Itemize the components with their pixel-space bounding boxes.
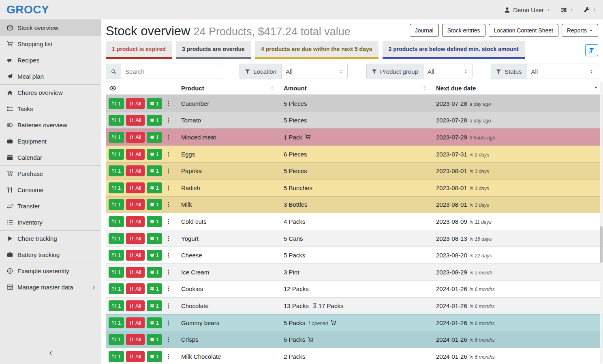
consume-one-button[interactable]: 1: [109, 233, 124, 244]
consume-one-button[interactable]: 1: [109, 165, 124, 176]
column-header-next-due-date[interactable]: Next due date: [436, 85, 603, 92]
consume-one-button[interactable]: 1: [109, 300, 124, 311]
sidebar-item-battery-tracking[interactable]: Battery tracking: [0, 246, 101, 263]
product-name[interactable]: Crisps: [181, 336, 284, 343]
open-one-button[interactable]: 1: [147, 98, 162, 109]
open-one-button[interactable]: 1: [147, 250, 162, 261]
row-menu-button[interactable]: [164, 101, 173, 107]
product-name[interactable]: Tomato: [181, 117, 284, 124]
column-header-amount[interactable]: Amount: [284, 85, 436, 92]
consume-all-button[interactable]: All: [126, 334, 144, 345]
sidebar-collapse-button[interactable]: [0, 345, 101, 364]
row-menu-button[interactable]: [164, 117, 173, 123]
consume-one-button[interactable]: 1: [109, 267, 124, 278]
scrollbar[interactable]: [600, 81, 603, 364]
product-group-filter-select[interactable]: All: [423, 64, 473, 79]
sidebar-item-example-userentity[interactable]: Example userentity: [0, 263, 101, 279]
sidebar-item-tasks[interactable]: Tasks: [0, 101, 101, 117]
sidebar-item-shopping-list[interactable]: Shopping list: [0, 36, 101, 52]
status-filter-select[interactable]: All: [527, 64, 598, 79]
open-one-button[interactable]: 1: [147, 199, 162, 210]
sidebar-item-consume[interactable]: Consume: [0, 182, 101, 198]
consume-all-button[interactable]: All: [126, 199, 144, 210]
sidebar-item-chores-overview[interactable]: Chores overview: [0, 84, 101, 101]
row-menu-button[interactable]: [164, 269, 173, 275]
sidebar-item-inventory[interactable]: Inventory: [0, 214, 101, 230]
consume-one-button[interactable]: 1: [109, 115, 124, 126]
clear-filters-button[interactable]: [585, 44, 598, 56]
product-name[interactable]: Cold cuts: [181, 218, 284, 225]
row-menu-button[interactable]: [164, 353, 173, 360]
sidebar-item-recipes[interactable]: Recipes: [0, 52, 101, 68]
sidebar-item-calendar[interactable]: Calendar: [0, 149, 101, 165]
open-one-button[interactable]: 1: [147, 283, 162, 294]
row-menu-button[interactable]: [164, 168, 173, 174]
consume-all-button[interactable]: All: [126, 132, 144, 143]
settings-menu[interactable]: [561, 7, 573, 13]
open-one-button[interactable]: 1: [147, 115, 162, 126]
consume-one-button[interactable]: 1: [109, 98, 124, 109]
consume-one-button[interactable]: 1: [109, 283, 124, 294]
sidebar-item-stock-overview[interactable]: Stock overview: [0, 19, 101, 36]
consume-one-button[interactable]: 1: [109, 216, 124, 227]
user-menu[interactable]: Demo User: [504, 6, 550, 13]
open-one-button[interactable]: 1: [147, 351, 162, 362]
consume-one-button[interactable]: 1: [109, 132, 124, 143]
consume-one-button[interactable]: 1: [109, 250, 124, 261]
row-menu-button[interactable]: [164, 236, 173, 242]
app-logo[interactable]: GROCY: [6, 3, 49, 16]
stock-entries-button[interactable]: Stock entries: [442, 24, 485, 37]
open-one-button[interactable]: 1: [147, 165, 162, 176]
consume-all-button[interactable]: All: [126, 149, 144, 160]
consume-all-button[interactable]: All: [126, 182, 144, 193]
open-one-button[interactable]: 1: [147, 300, 162, 311]
status-filter-expired[interactable]: 1 product is expired: [106, 41, 172, 59]
column-header-visibility[interactable]: [106, 85, 181, 92]
reports-button[interactable]: Reports: [562, 24, 598, 37]
sidebar-item-meal-plan[interactable]: Meal plan: [0, 68, 101, 84]
open-one-button[interactable]: 1: [147, 182, 162, 193]
journal-button[interactable]: Journal: [410, 24, 439, 37]
product-name[interactable]: Yogurt: [181, 235, 284, 242]
open-one-button[interactable]: 1: [147, 267, 162, 278]
consume-one-button[interactable]: 1: [109, 334, 124, 345]
consume-one-button[interactable]: 1: [109, 317, 124, 328]
consume-all-button[interactable]: All: [126, 283, 144, 294]
row-menu-button[interactable]: [164, 252, 173, 258]
consume-one-button[interactable]: 1: [109, 149, 124, 160]
consume-all-button[interactable]: All: [126, 216, 144, 227]
row-menu-button[interactable]: [164, 201, 173, 208]
consume-all-button[interactable]: All: [126, 267, 144, 278]
product-name[interactable]: Ice Cream: [181, 269, 284, 276]
sidebar-item-manage-master-data[interactable]: Manage master data: [0, 279, 101, 295]
column-header-product[interactable]: Product: [181, 85, 284, 92]
product-name[interactable]: Milk: [181, 201, 284, 208]
sidebar-item-equipment[interactable]: Equipment: [0, 133, 101, 149]
consume-all-button[interactable]: All: [126, 98, 144, 109]
row-menu-button[interactable]: [164, 286, 173, 292]
product-name[interactable]: Cucumber: [181, 100, 284, 107]
search-input[interactable]: [121, 64, 221, 79]
open-one-button[interactable]: 1: [147, 334, 162, 345]
product-name[interactable]: Minced meat: [181, 134, 284, 141]
consume-all-button[interactable]: All: [126, 233, 144, 244]
admin-menu[interactable]: [584, 7, 597, 13]
consume-all-button[interactable]: All: [126, 351, 144, 362]
product-name[interactable]: Radish: [181, 184, 284, 191]
open-one-button[interactable]: 1: [147, 132, 162, 143]
consume-all-button[interactable]: All: [126, 165, 144, 176]
consume-all-button[interactable]: All: [126, 115, 144, 126]
consume-one-button[interactable]: 1: [109, 199, 124, 210]
open-one-button[interactable]: 1: [147, 317, 162, 328]
product-name[interactable]: Gummy bears: [181, 319, 284, 326]
consume-one-button[interactable]: 1: [109, 351, 124, 362]
location-content-sheet-button[interactable]: Location Content Sheet: [489, 24, 558, 37]
scrollbar-thumb[interactable]: [600, 226, 603, 263]
status-filter-due-soon[interactable]: 4 products are due within the next 5 day…: [255, 41, 378, 59]
row-menu-button[interactable]: [164, 336, 173, 343]
row-menu-button[interactable]: [164, 320, 173, 326]
product-name[interactable]: Chocolate: [181, 302, 284, 309]
product-name[interactable]: Cheese: [181, 252, 284, 259]
open-one-button[interactable]: 1: [147, 216, 162, 227]
status-filter-below-min[interactable]: 2 products are below defined min. stock …: [383, 41, 525, 59]
